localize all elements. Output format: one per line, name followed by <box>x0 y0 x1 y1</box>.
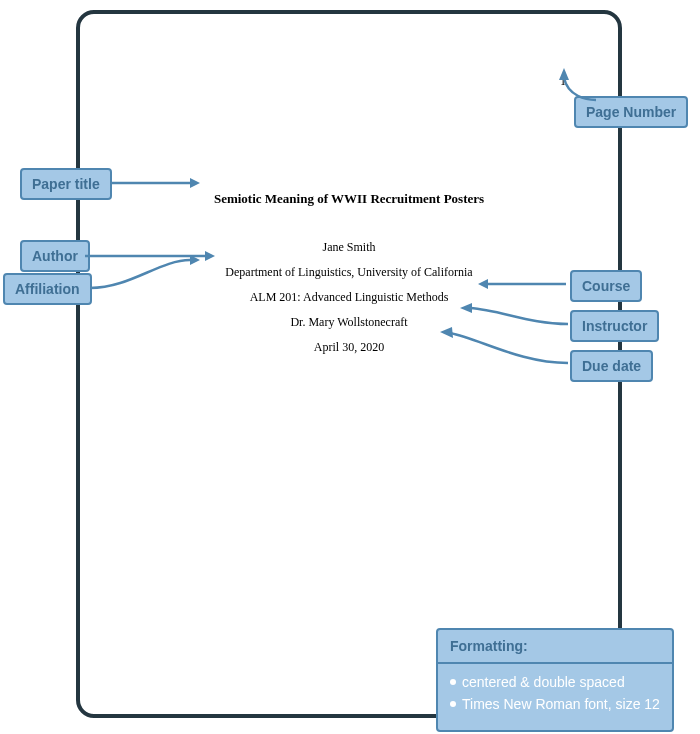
formatting-box: Formatting: centered & double spaced Tim… <box>436 628 674 732</box>
arrow-due-date <box>440 325 570 370</box>
label-paper-title: Paper title <box>20 168 112 200</box>
formatting-line-2: Times New Roman font, size 12 <box>450 696 660 712</box>
svg-marker-1 <box>205 251 215 261</box>
label-affiliation: Affiliation <box>3 273 92 305</box>
svg-marker-5 <box>460 303 472 313</box>
formatting-line-1: centered & double spaced <box>450 674 660 690</box>
formatting-line-1-text: centered & double spaced <box>462 674 625 690</box>
bullet-icon <box>450 701 456 707</box>
formatting-title: Formatting: <box>438 630 672 664</box>
formatting-body: centered & double spaced Times New Roman… <box>438 664 672 730</box>
arrow-affiliation <box>90 252 200 302</box>
label-instructor: Instructor <box>570 310 659 342</box>
arrow-course <box>478 276 568 296</box>
arrow-page-number <box>556 68 606 108</box>
arrow-paper-title <box>110 175 200 195</box>
svg-marker-2 <box>190 255 200 265</box>
label-course: Course <box>570 270 642 302</box>
svg-marker-4 <box>478 279 488 289</box>
label-author: Author <box>20 240 90 272</box>
svg-marker-6 <box>440 327 453 338</box>
bullet-icon <box>450 679 456 685</box>
svg-marker-0 <box>190 178 200 188</box>
formatting-line-2-text: Times New Roman font, size 12 <box>462 696 660 712</box>
label-due-date: Due date <box>570 350 653 382</box>
svg-marker-3 <box>559 68 569 80</box>
